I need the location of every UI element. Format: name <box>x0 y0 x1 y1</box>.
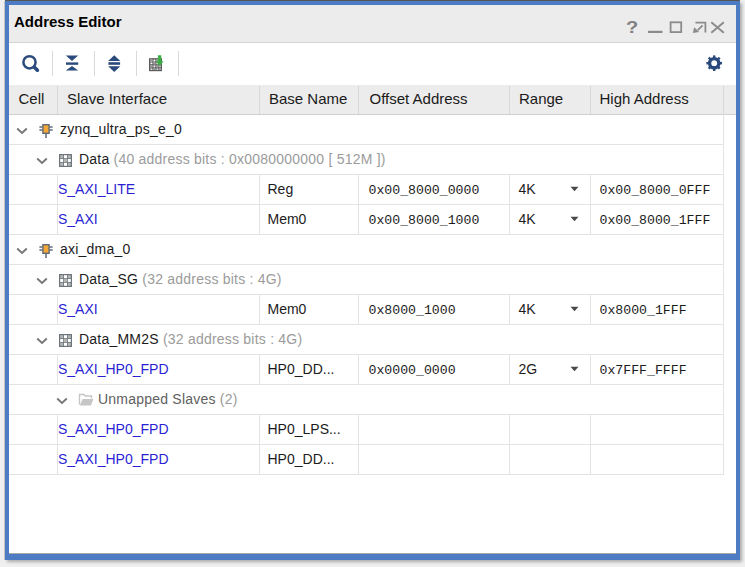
svg-text:?: ? <box>626 17 638 36</box>
